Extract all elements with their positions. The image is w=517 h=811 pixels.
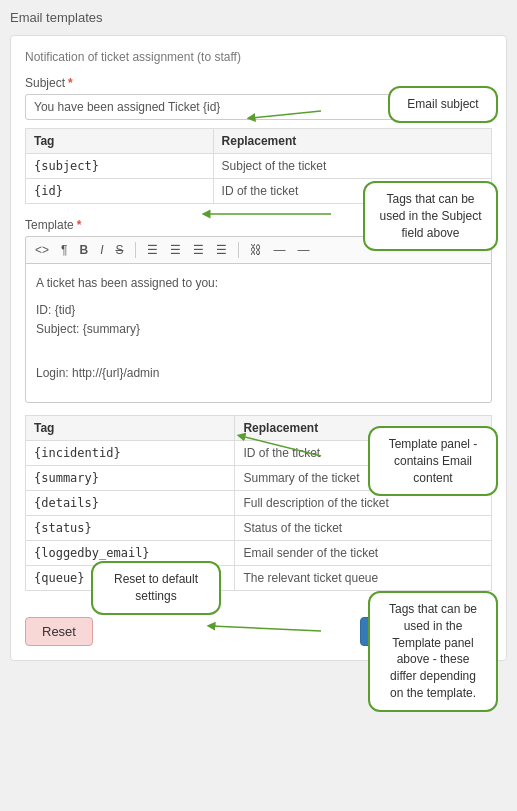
template-line: Subject: {summary} [36,320,481,339]
toolbar-list2[interactable]: ☰ [167,241,184,259]
template-tags-col1: Tag [26,416,235,441]
toolbar-list4[interactable]: ☰ [213,241,230,259]
template-line: A ticket has been assigned to you: [36,274,481,293]
section-label: Notification of ticket assignment (to st… [25,50,492,64]
template-tag-row: {status}Status of the ticket [26,516,492,541]
subject-required: * [68,76,73,90]
toolbar-code[interactable]: <> [32,241,52,259]
template-body[interactable]: A ticket has been assigned to you: ID: {… [25,263,492,403]
callout-subject-tags: Tags that can be used in the Subject fie… [363,181,498,251]
reset-button[interactable]: Reset [25,617,93,646]
subject-label: Subject [25,76,65,90]
template-line [36,293,481,301]
toolbar-italic[interactable]: I [97,241,106,259]
toolbar-hr2[interactable]: — [295,241,313,259]
template-line: ID: {tid} [36,301,481,320]
toolbar-paragraph[interactable]: ¶ [58,241,70,259]
toolbar-list3[interactable]: ☰ [190,241,207,259]
page-title: Email templates [10,10,507,25]
toolbar-divider2 [238,242,239,258]
callout-template-panel: Template panel - contains Email content [368,426,498,496]
template-line [36,348,481,356]
template-line [36,356,481,364]
subject-tags-col1: Tag [26,129,214,154]
template-tag-row: {loggedby_email}Email sender of the tick… [26,541,492,566]
toolbar-list1[interactable]: ☰ [144,241,161,259]
template-required: * [77,218,82,232]
callout-template-tags: Tags that can be used in the Template pa… [368,591,498,712]
toolbar-strikethrough[interactable]: S [112,241,126,259]
callout-email-subject: Email subject [388,86,498,123]
subject-tags-col2: Replacement [213,129,491,154]
template-line: Login: http://{url}/admin [36,364,481,383]
subject-tag-row: {subject}Subject of the ticket [26,154,492,179]
template-line [36,340,481,348]
toolbar-divider1 [135,242,136,258]
toolbar-link[interactable]: ⛓ [247,241,265,259]
callout-reset: Reset to default settings [91,561,221,615]
template-label: Template [25,218,74,232]
toolbar-hr1[interactable]: — [271,241,289,259]
toolbar-bold[interactable]: B [76,241,91,259]
